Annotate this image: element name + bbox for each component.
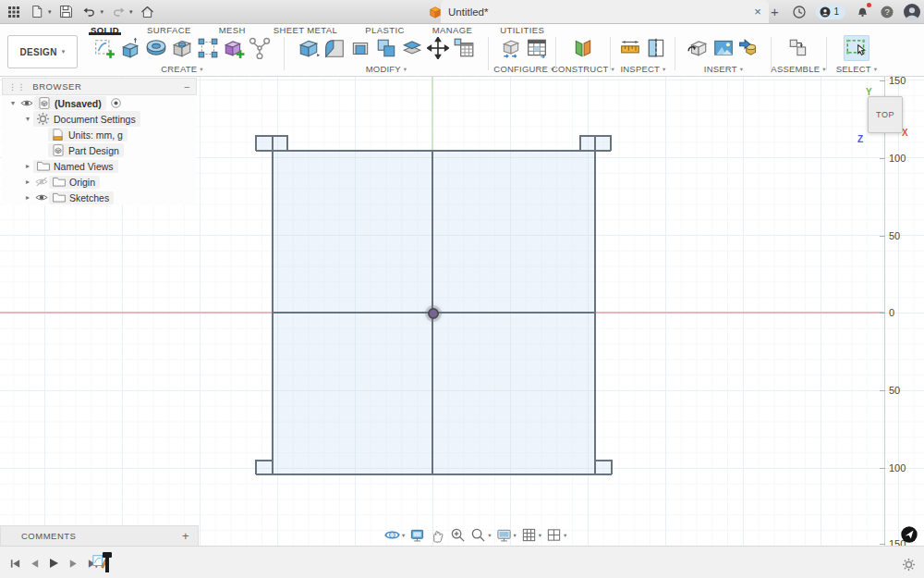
caret-down-icon[interactable]: ▾	[7, 99, 18, 107]
browser-row-named-views[interactable]: ▸Named Views	[2, 158, 197, 174]
caret-right-icon[interactable]: ▸	[22, 193, 33, 202]
sketch-line[interactable]	[255, 460, 257, 474]
create-sketch-button[interactable]	[91, 35, 117, 61]
group-dropdown-inspect[interactable]: INSPECT▾	[620, 64, 665, 74]
file-menu-button[interactable]	[29, 4, 45, 20]
extensions-badge[interactable]: 1	[816, 5, 845, 19]
insert-canvas-button[interactable]	[711, 35, 736, 61]
new-component-button[interactable]	[785, 35, 811, 61]
group-dropdown-assemble[interactable]: ASSEMBLE▾	[771, 64, 825, 74]
eye-off-icon[interactable]	[33, 177, 49, 187]
step-back-button[interactable]	[27, 556, 42, 571]
create-form-button[interactable]	[221, 35, 247, 61]
fillet-button[interactable]	[322, 35, 347, 61]
radio-icon[interactable]	[111, 98, 121, 108]
undo-button[interactable]	[81, 4, 98, 20]
job-status-icon[interactable]	[791, 4, 808, 20]
chevron-down-icon[interactable]: ▾	[48, 8, 52, 16]
data-panel-toggle-button[interactable]	[6, 4, 22, 20]
sketch-line[interactable]	[594, 135, 596, 474]
sketch-line[interactable]	[610, 135, 612, 151]
hole-button[interactable]	[169, 35, 195, 61]
skip-start-button[interactable]	[7, 556, 22, 571]
configure-button[interactable]	[498, 35, 524, 61]
sketch-profile-fill[interactable]	[595, 460, 612, 474]
drag-handle-icon[interactable]: ⋮⋮	[8, 82, 26, 92]
group-dropdown-insert[interactable]: INSERT▾	[704, 64, 743, 74]
group-dropdown-construct[interactable]: CONSTRUCT▾	[552, 64, 614, 74]
group-dropdown-select[interactable]: SELECT▾	[836, 64, 878, 74]
measure-button[interactable]	[617, 35, 643, 61]
chevron-down-icon[interactable]: ▾	[402, 532, 405, 539]
sketch-line[interactable]	[611, 460, 613, 474]
pattern-button[interactable]	[195, 35, 221, 61]
comments-palette[interactable]: COMMENTS +	[0, 525, 199, 546]
sketch-line[interactable]	[272, 135, 274, 474]
chevron-down-icon[interactable]: ▾	[539, 532, 541, 539]
move-button[interactable]	[425, 35, 451, 61]
minimize-panel-button[interactable]: −	[184, 81, 190, 92]
redo-button[interactable]	[110, 4, 127, 20]
chevron-down-icon[interactable]: ▾	[129, 8, 133, 16]
browser-row-part-design[interactable]: Part Design	[2, 142, 197, 158]
display-settings-button[interactable]	[494, 526, 514, 545]
assistant-button[interactable]	[901, 526, 918, 543]
sketch-line[interactable]	[286, 135, 288, 151]
split-button[interactable]	[399, 35, 425, 61]
caret-right-icon[interactable]: ▸	[22, 178, 33, 186]
look-at-button[interactable]	[407, 526, 427, 545]
close-tab-button[interactable]: ×	[750, 4, 765, 18]
zoom-fit-button[interactable]	[468, 526, 488, 545]
shell-button[interactable]	[347, 35, 373, 61]
insert-mcmaster-button[interactable]	[736, 35, 762, 61]
zoom-in-button[interactable]	[448, 526, 468, 545]
origin-point[interactable]	[428, 308, 439, 319]
browser-row-sketches[interactable]: ▸Sketches	[2, 190, 197, 205]
active-document-tab[interactable]	[441, 0, 769, 23]
add-comment-button[interactable]: +	[182, 529, 189, 543]
caret-right-icon[interactable]: ▸	[22, 162, 33, 170]
home-button[interactable]	[140, 4, 156, 20]
sketch-line[interactable]	[579, 135, 581, 151]
new-tab-button[interactable]: +	[766, 4, 783, 20]
sketch-line[interactable]	[256, 150, 611, 152]
group-dropdown-modify[interactable]: MODIFY▾	[366, 64, 407, 74]
group-dropdown-create[interactable]: CREATE▾	[161, 64, 203, 74]
browser-row--unsaved-[interactable]: ▾(Unsaved)	[2, 95, 197, 111]
insert-derive-button[interactable]	[685, 35, 711, 61]
chevron-down-icon[interactable]: ▾	[101, 8, 104, 16]
change-parameters-button[interactable]	[451, 35, 477, 61]
notifications-button[interactable]	[854, 4, 870, 20]
orbit-button[interactable]	[383, 526, 402, 545]
sketch-profile-fill[interactable]	[256, 460, 273, 474]
help-button[interactable]: ?	[879, 4, 895, 20]
combine-button[interactable]	[373, 35, 399, 61]
sketch-line[interactable]	[595, 460, 612, 461]
eye-icon[interactable]	[18, 98, 34, 108]
step-forward-button[interactable]	[66, 556, 80, 571]
configuration-table-button[interactable]	[524, 35, 550, 61]
browser-row-origin[interactable]: ▸Origin	[2, 174, 197, 190]
play-button[interactable]	[46, 556, 61, 571]
sketch-line[interactable]	[255, 135, 257, 151]
sketch-line[interactable]	[256, 473, 612, 475]
view-cube[interactable]: TOP	[868, 96, 903, 133]
extrude-button[interactable]	[117, 35, 143, 61]
grid-and-snaps-button[interactable]	[519, 526, 539, 545]
sketch-line[interactable]	[256, 135, 287, 137]
document-tab[interactable]: Untitled*	[427, 0, 488, 23]
revolve-button[interactable]	[143, 35, 169, 61]
sketch-line[interactable]	[580, 135, 611, 137]
browser-panel-header[interactable]: ⋮⋮ BROWSER −	[2, 78, 197, 95]
select-button[interactable]	[844, 35, 869, 61]
chevron-down-icon[interactable]: ▾	[564, 532, 566, 539]
timeline-settings-gear-icon[interactable]	[900, 556, 917, 572]
workspace-switcher[interactable]: DESIGN ▾	[7, 35, 78, 68]
construction-plane-button[interactable]	[570, 35, 596, 61]
caret-down-icon[interactable]: ▾	[22, 115, 33, 123]
chevron-down-icon[interactable]: ▾	[514, 532, 517, 539]
group-dropdown-configure[interactable]: CONFIGURE▾	[493, 64, 553, 74]
press-pull-button[interactable]	[296, 35, 322, 61]
section-analysis-button[interactable]	[643, 35, 669, 61]
browser-row-document-settings[interactable]: ▾Document Settings	[2, 111, 197, 127]
